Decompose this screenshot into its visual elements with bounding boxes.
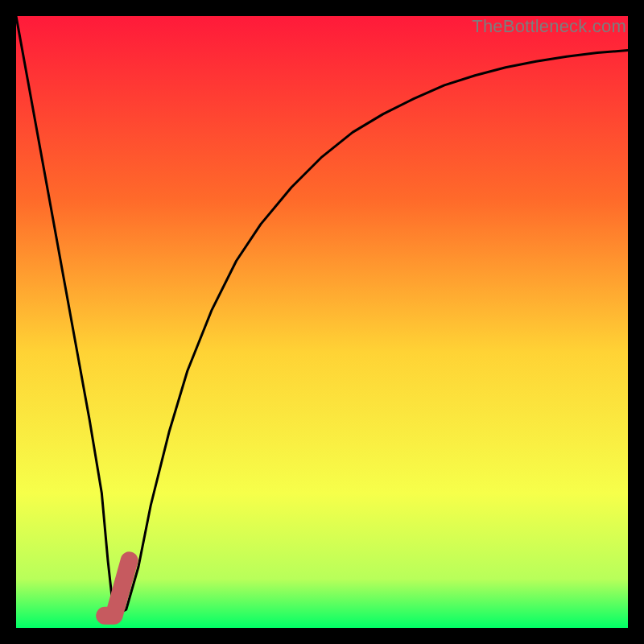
- chart-frame: TheBottleneck.com: [16, 16, 628, 628]
- watermark-text: TheBottleneck.com: [472, 16, 626, 37]
- gradient-background: [16, 16, 628, 628]
- chart-svg: [16, 16, 628, 628]
